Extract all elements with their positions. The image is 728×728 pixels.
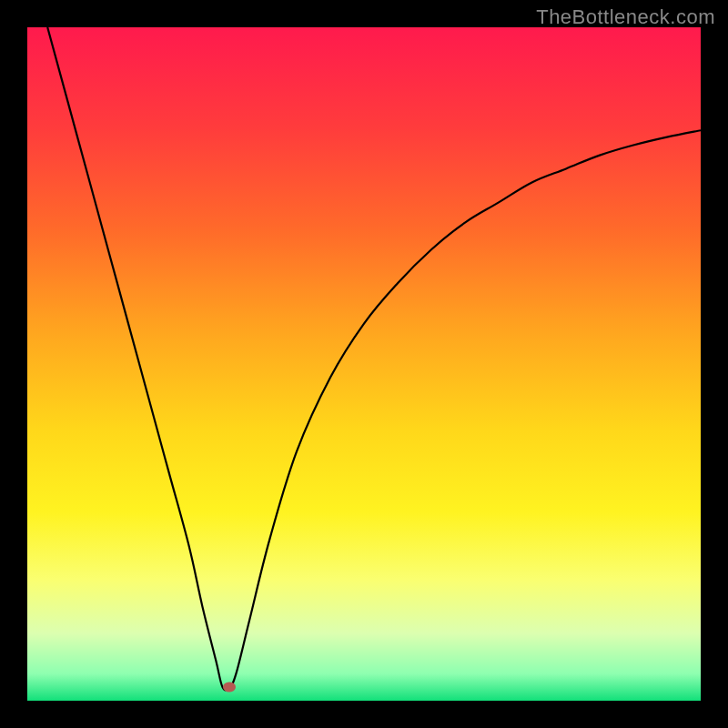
plot-area [27, 27, 701, 701]
curve-layer [27, 27, 701, 701]
bottleneck-curve [47, 27, 701, 690]
watermark-text: TheBottleneck.com [536, 5, 715, 29]
chart-frame: TheBottleneck.com [0, 0, 728, 728]
optimal-point-marker [223, 682, 236, 693]
